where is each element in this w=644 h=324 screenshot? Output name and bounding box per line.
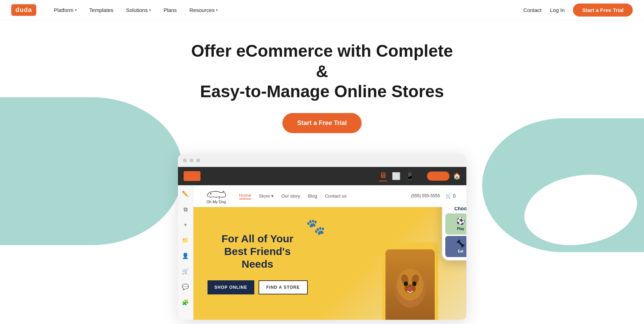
nav-links: Platform ▾ Templates Solutions ▾ Plans R…	[47, 0, 523, 20]
sidebar-tool-person[interactable]: 👤	[180, 251, 191, 261]
play-icon: ⚽	[456, 217, 465, 225]
site-nav-right: (555) 555-5555 🛒 0	[411, 193, 456, 199]
browser-titlebar	[178, 154, 466, 167]
nav-contact-link[interactable]: Contact	[523, 7, 542, 13]
site-nav-blog[interactable]: Blog	[308, 193, 317, 199]
site-logo-svg	[204, 188, 229, 199]
toolbar-device-icons: 🖥 ⬜ 📱	[379, 171, 414, 181]
nav-right: Contact Log In Start a Free Trial	[523, 4, 633, 17]
browser-mockup: 🖥 ⬜ 📱 🏠 ✏️ ⧉ ＋ 📁 👤 🛒	[178, 154, 466, 320]
nav-item-templates[interactable]: Templates	[83, 0, 120, 20]
browser-dot-yellow	[190, 158, 193, 162]
navbar: duda Platform ▾ Templates Solutions ▾ Pl…	[0, 0, 644, 20]
site-content-area: Oh My Dog Home Store ▾ Our story Blog Co…	[193, 185, 466, 320]
dog-image	[382, 242, 438, 320]
sidebar-tool-edit[interactable]: ✏️	[180, 189, 191, 199]
mobile-category-title: Choose a Category	[442, 207, 466, 213]
site-nav-home[interactable]: Home	[239, 193, 251, 199]
eat-label: Eat	[458, 249, 464, 253]
sidebar-tool-cart[interactable]: 🛒	[180, 266, 191, 277]
toolbar-publish-button[interactable]	[427, 172, 449, 181]
mobile-mockup: 🛍 Oh My Dog ☰	[442, 207, 466, 261]
nav-item-plans[interactable]: Plans	[157, 0, 183, 20]
phone-icon[interactable]: 📱	[406, 172, 414, 180]
hero-cta-button[interactable]: Start a Free Trial	[282, 113, 362, 133]
site-nav-store[interactable]: Store ▾	[259, 193, 274, 199]
nav-login-link[interactable]: Log In	[550, 7, 565, 13]
svg-point-8	[407, 287, 413, 291]
sidebar-tool-puzzle[interactable]: 🧩	[180, 297, 191, 308]
nav-item-resources[interactable]: Resources ▾	[183, 0, 224, 20]
sidebar-tool-add[interactable]: ＋	[180, 220, 191, 230]
site-hero-buttons: SHOP ONLINE FIND A STORE	[208, 280, 308, 294]
hero-section: Offer eCommerce with Complete & Easy-to-…	[0, 20, 644, 324]
svg-point-0	[210, 193, 211, 194]
sidebar-tool-chat[interactable]: 💬	[180, 282, 191, 292]
browser-body: ✏️ ⧉ ＋ 📁 👤 🛒 💬 🧩	[178, 185, 466, 320]
mobile-cat-eat[interactable]: 🦴 Eat	[445, 236, 466, 257]
sidebar-tool-layers[interactable]: ⧉	[180, 204, 191, 215]
sidebar-tool-folder[interactable]: 📁	[180, 235, 191, 246]
site-nav-story[interactable]: Our story	[281, 193, 300, 199]
play-label: Play	[457, 227, 464, 231]
browser-dot-green	[196, 158, 200, 162]
editor-sidebar: ✏️ ⧉ ＋ 📁 👤 🛒 💬 🧩	[178, 185, 193, 320]
site-logo-text: Oh My Dog	[206, 200, 226, 204]
nav-item-solutions[interactable]: Solutions ▾	[120, 0, 157, 20]
nav-logo[interactable]: duda	[11, 4, 36, 16]
chevron-down-icon: ▾	[75, 8, 77, 12]
find-store-button[interactable]: FIND A STORE	[259, 280, 308, 294]
site-nav-links: Home Store ▾ Our story Blog Contact us	[239, 193, 411, 199]
cart-icon[interactable]: 🛒 0	[446, 193, 456, 199]
site-nav-contact[interactable]: Contact us	[325, 193, 346, 199]
site-phone: (555) 555-5555	[411, 193, 440, 198]
shop-online-button[interactable]: SHOP ONLINE	[208, 280, 254, 294]
browser-dot-red	[183, 158, 187, 162]
site-hero: For All of Your Best Friend's Needs SHOP…	[193, 207, 466, 320]
chevron-down-icon: ▾	[149, 8, 151, 12]
mobile-cat-play[interactable]: ⚽ Play	[445, 213, 466, 235]
site-hero-left: For All of Your Best Friend's Needs SHOP…	[193, 218, 322, 309]
hero-title: Offer eCommerce with Complete & Easy-to-…	[189, 41, 456, 102]
nav-item-platform[interactable]: Platform ▾	[47, 0, 83, 20]
toolbar-logo-rect	[184, 171, 200, 181]
browser-toolbar: 🖥 ⬜ 📱 🏠	[178, 167, 466, 185]
chevron-down-icon: ▾	[216, 8, 218, 12]
site-hero-title: For All of Your Best Friend's Needs	[208, 232, 308, 270]
tablet-icon[interactable]: ⬜	[392, 172, 401, 180]
site-nav: Oh My Dog Home Store ▾ Our story Blog Co…	[193, 185, 466, 207]
desktop-icon[interactable]: 🖥	[379, 171, 387, 181]
browser-frame: 🖥 ⬜ 📱 🏠 ✏️ ⧉ ＋ 📁 👤 🛒	[178, 154, 466, 320]
eat-icon: 🦴	[456, 239, 465, 248]
toolbar-home-icon[interactable]: 🏠	[453, 172, 461, 180]
dog-placeholder	[385, 249, 435, 320]
site-logo-area: Oh My Dog	[204, 188, 229, 204]
mobile-categories: ⚽ Play Walk	[442, 213, 466, 260]
toolbar-right: 🏠	[427, 172, 461, 181]
nav-cta-button[interactable]: Start a Free Trial	[573, 4, 633, 17]
